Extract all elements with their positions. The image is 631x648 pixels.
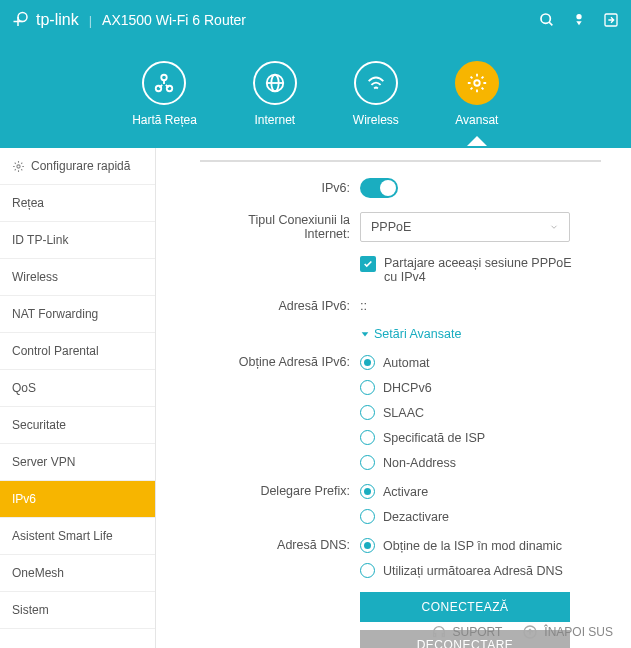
gear-icon xyxy=(466,72,488,94)
radio-dns-static[interactable]: Utilizați următoarea Adresă DNS xyxy=(360,563,601,578)
radio-dhcpv6[interactable]: DHCPv6 xyxy=(360,380,601,395)
radio-icon xyxy=(360,538,375,553)
svg-point-11 xyxy=(474,80,480,86)
sidebar-item-qos[interactable]: QoS xyxy=(0,370,155,407)
sidebar-item-label: Asistent Smart Life xyxy=(12,529,113,543)
ipv6-addr-label: Adresă IPv6: xyxy=(200,299,360,313)
radio-prefix-disable[interactable]: Dezactivare xyxy=(360,509,601,524)
sidebar-item-label: OneMesh xyxy=(12,566,64,580)
radio-nonaddr[interactable]: Non-Address xyxy=(360,455,601,470)
ipv6-toggle[interactable] xyxy=(360,178,398,198)
radio-icon xyxy=(360,355,375,370)
sidebar: Configurare rapidă Rețea ID TP-Link Wire… xyxy=(0,148,156,648)
prefix-group: Activare Dezactivare xyxy=(360,484,601,524)
sidebar-item-label: Configurare rapidă xyxy=(31,159,130,173)
tab-network-map[interactable]: Hartă Rețea xyxy=(132,61,197,127)
sidebar-item-vpn[interactable]: Server VPN xyxy=(0,444,155,481)
network-icon xyxy=(153,72,175,94)
radio-slaac[interactable]: SLAAC xyxy=(360,405,601,420)
wifi-icon xyxy=(365,72,387,94)
dns-label: Adresă DNS: xyxy=(200,538,360,552)
radio-prefix-enable[interactable]: Activare xyxy=(360,484,601,499)
sidebar-item-smart-life[interactable]: Asistent Smart Life xyxy=(0,518,155,555)
svg-point-5 xyxy=(162,75,168,81)
top-label: ÎNAPOI SUS xyxy=(544,625,613,639)
svg-line-2 xyxy=(549,22,552,25)
main-tabs: Hartă Rețea Internet Wireless Avansat xyxy=(0,40,631,148)
sidebar-item-label: Rețea xyxy=(12,196,44,210)
tab-internet[interactable]: Internet xyxy=(253,61,297,127)
sidebar-item-label: NAT Forwarding xyxy=(12,307,98,321)
sidebar-item-nat[interactable]: NAT Forwarding xyxy=(0,296,155,333)
radio-isp[interactable]: Specificată de ISP xyxy=(360,430,601,445)
support-label: SUPORT xyxy=(453,625,503,639)
radio-icon xyxy=(360,563,375,578)
support-link[interactable]: SUPORT xyxy=(431,624,503,640)
globe-icon xyxy=(264,72,286,94)
radio-label: Specificată de ISP xyxy=(383,431,485,445)
sidebar-item-parental[interactable]: Control Parental xyxy=(0,333,155,370)
connect-button[interactable]: CONECTEAZĂ xyxy=(360,592,570,622)
radio-label: Automat xyxy=(383,356,430,370)
tab-advanced[interactable]: Avansat xyxy=(455,61,499,127)
share-session-checkbox[interactable] xyxy=(360,256,376,272)
radio-icon xyxy=(360,380,375,395)
advanced-settings-toggle[interactable]: Setări Avansate xyxy=(360,327,601,341)
radio-icon xyxy=(360,430,375,445)
footer: SUPORT ÎNAPOI SUS xyxy=(431,624,613,640)
sidebar-item-label: Securitate xyxy=(12,418,66,432)
svg-point-3 xyxy=(576,14,581,19)
radio-automat[interactable]: Automat xyxy=(360,355,601,370)
radio-dns-dynamic[interactable]: Obține de la ISP în mod dinamic xyxy=(360,538,601,553)
sidebar-item-label: Control Parental xyxy=(12,344,99,358)
divider: | xyxy=(89,13,92,28)
product-name: AX1500 Wi-Fi 6 Router xyxy=(102,12,246,28)
tplink-logo-icon xyxy=(12,11,30,29)
share-session-label: Partajare aceeași sesiune PPPoE cu IPv4 xyxy=(384,256,584,284)
sidebar-item-label: Sistem xyxy=(12,603,49,617)
header-actions xyxy=(539,12,619,28)
radio-label: SLAAC xyxy=(383,406,424,420)
svg-point-0 xyxy=(18,13,27,22)
header: tp-link | AX1500 Wi-Fi 6 Router xyxy=(0,0,631,40)
advanced-label: Setări Avansate xyxy=(374,327,461,341)
sidebar-item-system[interactable]: Sistem xyxy=(0,592,155,629)
arrow-up-circle-icon xyxy=(522,624,538,640)
brand-text: tp-link xyxy=(36,11,79,29)
radio-icon xyxy=(360,405,375,420)
sidebar-item-security[interactable]: Securitate xyxy=(0,407,155,444)
radio-icon xyxy=(360,455,375,470)
sidebar-item-label: Wireless xyxy=(12,270,58,284)
radio-label: Utilizați următoarea Adresă DNS xyxy=(383,564,563,578)
sidebar-item-network[interactable]: Rețea xyxy=(0,185,155,222)
radio-icon xyxy=(360,484,375,499)
sidebar-item-wireless[interactable]: Wireless xyxy=(0,259,155,296)
sidebar-item-onemesh[interactable]: OneMesh xyxy=(0,555,155,592)
sidebar-item-label: QoS xyxy=(12,381,36,395)
radio-label: Activare xyxy=(383,485,428,499)
tab-wireless[interactable]: Wireless xyxy=(353,61,399,127)
led-icon[interactable] xyxy=(571,12,587,28)
conn-type-label: Tipul Conexiunii la Internet: xyxy=(200,213,360,241)
search-icon[interactable] xyxy=(539,12,555,28)
sidebar-item-label: IPv6 xyxy=(12,492,36,506)
tab-label: Internet xyxy=(254,113,295,127)
content-area: IPv6: Tipul Conexiunii la Internet: PPPo… xyxy=(156,148,631,648)
conn-type-select[interactable]: PPPoE xyxy=(360,212,570,242)
tab-label: Avansat xyxy=(455,113,498,127)
sidebar-item-label: ID TP-Link xyxy=(12,233,68,247)
logo: tp-link xyxy=(12,11,79,29)
sidebar-item-ipv6[interactable]: IPv6 xyxy=(0,481,155,518)
triangle-down-icon xyxy=(360,329,370,339)
sidebar-item-tplink-id[interactable]: ID TP-Link xyxy=(0,222,155,259)
sidebar-item-label: Server VPN xyxy=(12,455,75,469)
ipv6-addr-value: :: xyxy=(360,298,367,313)
check-icon xyxy=(363,259,373,269)
select-value: PPPoE xyxy=(371,220,411,234)
svg-point-12 xyxy=(17,164,20,167)
back-to-top-link[interactable]: ÎNAPOI SUS xyxy=(522,624,613,640)
svg-point-1 xyxy=(541,14,550,23)
tab-label: Hartă Rețea xyxy=(132,113,197,127)
sidebar-item-quick-setup[interactable]: Configurare rapidă xyxy=(0,148,155,185)
logout-icon[interactable] xyxy=(603,12,619,28)
